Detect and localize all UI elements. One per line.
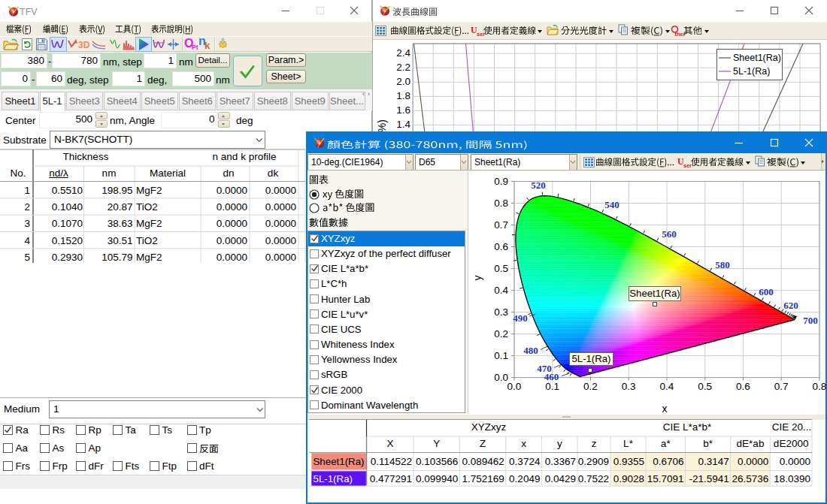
svg-text:3D: 3D <box>78 40 89 50</box>
